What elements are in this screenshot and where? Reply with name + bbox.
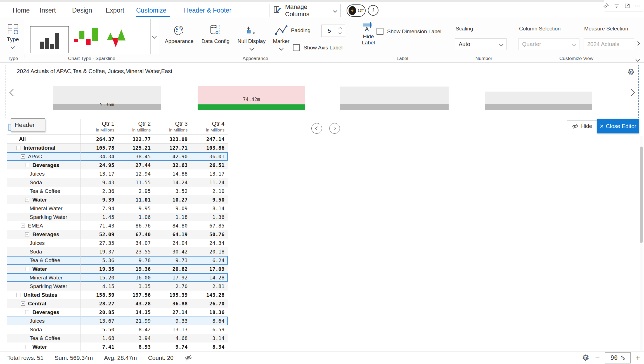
sparkline-tile-selected[interactable]: 74.42m (198, 86, 305, 110)
collapse-icon[interactable] (16, 293, 20, 297)
cell-value[interactable]: 13.13 (154, 325, 191, 334)
cell-value[interactable]: 3.35 (118, 282, 154, 291)
cell-value[interactable]: 3.14 (191, 334, 228, 343)
next-page-button[interactable] (329, 123, 340, 134)
cell-value[interactable]: 6.59 (191, 325, 228, 334)
cell-value[interactable]: 11.01 (118, 195, 154, 204)
padding-stepper[interactable]: 5 (321, 25, 345, 37)
cell-value[interactable]: 36.01 (191, 152, 228, 161)
tab-home[interactable]: Home (13, 7, 30, 14)
cell-value[interactable]: 24.04 (154, 239, 191, 247)
sparkline-tile[interactable]: 5.36m (53, 86, 161, 110)
zoom-in-button[interactable]: + (636, 354, 640, 362)
table-row[interactable]: Tea & Coffee2.362.953.522.10 (7, 187, 228, 195)
filter-icon[interactable] (614, 3, 620, 9)
cell-value[interactable]: 1.18 (154, 213, 191, 221)
cell-value[interactable]: 30.42 (154, 247, 191, 256)
cell-value[interactable]: 50.76 (191, 230, 228, 239)
cell-value[interactable]: 34.07 (118, 239, 154, 247)
null-display-button[interactable]: Null Display (234, 24, 269, 50)
zoom-out-button[interactable]: − (595, 354, 600, 362)
cell-value[interactable]: 26.70 (191, 299, 228, 308)
data-config-button[interactable]: ⚙ Data Config (199, 24, 232, 44)
gallery-expand-icon[interactable] (152, 34, 157, 39)
cell-value[interactable]: 26.51 (191, 161, 228, 169)
cell-value[interactable]: 8.42 (118, 325, 154, 334)
cell-value[interactable]: 10.27 (154, 195, 191, 204)
table-row[interactable]: Central28.2743.2836.8826.70 (7, 299, 228, 308)
collapse-icon[interactable] (21, 154, 25, 159)
pin-icon[interactable] (603, 3, 609, 9)
tab-insert[interactable]: Insert (40, 7, 56, 14)
cell-value[interactable]: 14.28 (191, 273, 228, 282)
ribbon-scroll-right-icon[interactable] (636, 41, 640, 46)
cell-value[interactable]: 19.37 (80, 247, 118, 256)
table-row[interactable]: Tea & Coffee1.683.944.683.14 (7, 334, 228, 343)
column-header-qtr3[interactable]: Qtr 3in Millions (154, 119, 191, 135)
sparkline-tile[interactable] (340, 87, 449, 110)
dimension-header-cell[interactable]: ✓ Region Header (7, 119, 80, 135)
cell-value[interactable]: 105.78 (80, 143, 118, 152)
cell-value[interactable]: 19.36 (118, 265, 154, 273)
table-row[interactable]: Mineral Water15.2016.0017.9214.28 (7, 273, 228, 282)
cell-value[interactable]: 7.41 (80, 343, 118, 351)
cell-value[interactable]: 247.14 (191, 135, 228, 143)
cell-value[interactable]: 2.70 (154, 282, 191, 291)
cell-value[interactable]: 17.92 (154, 273, 191, 282)
measure-selection-field[interactable]: 2024 Actuals (584, 38, 634, 50)
cell-value[interactable]: 20.18 (191, 247, 228, 256)
table-row[interactable]: Mineral Water7.949.959.098.14 (7, 204, 228, 213)
cell-value[interactable]: 125.21 (118, 143, 154, 152)
tab-customize[interactable]: Customize (136, 7, 167, 14)
ai-toggle[interactable]: Off (347, 4, 366, 17)
table-row[interactable]: All264.37322.77323.09247.14 (7, 135, 228, 143)
cell-value[interactable]: 3.94 (118, 334, 154, 343)
table-row[interactable]: United States158.59197.56195.39143.28 (7, 291, 228, 299)
cell-value[interactable]: 6.24 (191, 256, 228, 265)
hide-label-button[interactable]: A Hide Label (358, 23, 378, 46)
more-options-icon[interactable]: ⋯ (635, 3, 641, 9)
cell-value[interactable]: 9.33 (154, 317, 191, 325)
cell-value[interactable]: 1.36 (191, 213, 228, 221)
cell-value[interactable]: 32.63 (154, 161, 191, 169)
cell-value[interactable]: 38.45 (118, 152, 154, 161)
cell-value[interactable]: 14.24 (154, 178, 191, 187)
cell-value[interactable]: 5.36 (80, 256, 118, 265)
table-row[interactable]: Sparkling Water4.153.352.702.81 (7, 282, 228, 291)
table-row[interactable]: Juices13.6721.999.338.64 (7, 317, 228, 325)
collapse-icon[interactable] (21, 224, 25, 228)
cell-value[interactable]: 20.62 (154, 265, 191, 273)
cell-value[interactable]: 8.93 (118, 343, 154, 351)
cell-value[interactable]: 27.14 (154, 308, 191, 317)
hide-button[interactable]: Hide (567, 120, 597, 132)
stepper-up-icon[interactable] (338, 27, 342, 30)
cell-value[interactable]: 2.10 (191, 187, 228, 195)
column-selection-dropdown[interactable]: Quarter (518, 38, 579, 50)
table-row[interactable]: Juices27.3534.0724.0424.34 (7, 239, 228, 247)
appearance-button[interactable]: Appearance (163, 24, 196, 44)
show-axis-label-option[interactable]: Show Axis Label (293, 44, 342, 51)
table-row[interactable]: APAC34.3438.4542.9036.01 (7, 152, 228, 161)
table-row[interactable]: Water7.418.939.748.34 (7, 343, 228, 351)
collapse-icon[interactable] (21, 301, 25, 306)
cell-value[interactable]: 127.71 (154, 143, 191, 152)
zoom-level[interactable]: 90 % (605, 352, 631, 363)
collapse-icon[interactable] (25, 345, 29, 349)
column-header-qtr1[interactable]: Qtr 1in Millions (80, 119, 118, 135)
cell-value[interactable]: 27.44 (118, 161, 154, 169)
cell-value[interactable]: 9.39 (80, 195, 118, 204)
ribbon-collapse-icon[interactable] (636, 58, 640, 62)
settings-gear-icon[interactable]: ⚙ (581, 353, 590, 362)
stepper-down-icon[interactable] (338, 31, 342, 34)
cell-value[interactable]: 67.40 (118, 230, 154, 239)
cell-value[interactable]: 4.15 (80, 282, 118, 291)
table-row[interactable]: Sparkling Water1.451.061.181.36 (7, 213, 228, 221)
cell-value[interactable]: 264.37 (80, 135, 118, 143)
cell-value[interactable]: 34.35 (118, 308, 154, 317)
cell-value[interactable]: 21.99 (118, 317, 154, 325)
sparkline-editor-canvas[interactable]: 2024 Actuals of APAC,Tea & Coffee, Juice… (6, 65, 639, 118)
table-row[interactable]: Soda5.508.4213.136.59 (7, 325, 228, 334)
table-row[interactable]: Soda9.4311.5514.2411.24 (7, 178, 228, 187)
cell-value[interactable]: 28.27 (80, 299, 118, 308)
chart-type-triangles[interactable] (107, 29, 138, 49)
